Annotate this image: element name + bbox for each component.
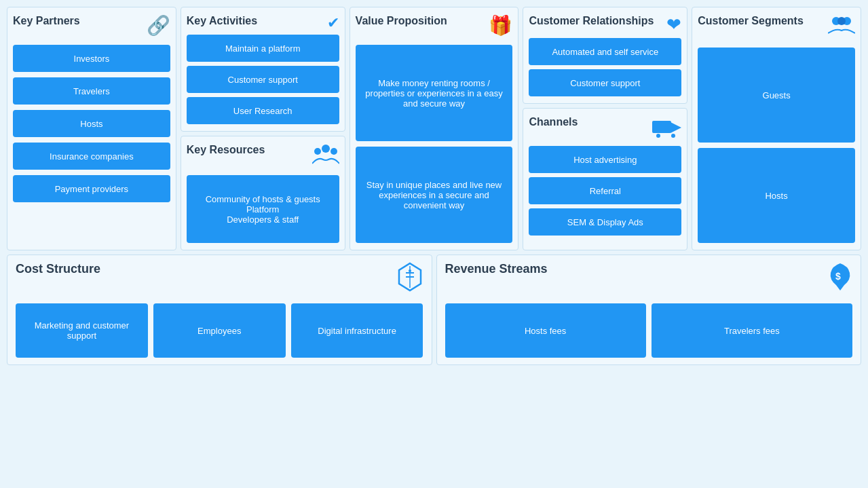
list-item: Community of hosts & guests Platform Dev… <box>187 175 339 243</box>
value-proposition-icon: 🎁 <box>489 14 512 37</box>
canvas: Key Partners 🔗 Investors Travelers Hosts… <box>7 7 861 365</box>
value-proposition-title: Value Proposition <box>356 14 447 27</box>
key-resources-title: Key Resources <box>187 143 265 156</box>
top-section: Key Partners 🔗 Investors Travelers Hosts… <box>7 7 861 250</box>
cost-structure-icon <box>396 262 423 297</box>
customer-relationships-section: Customer Relationships ❤ Automated and s… <box>523 7 687 104</box>
key-activities-column: Key Activities ✔ Maintain a platform Cus… <box>181 7 345 250</box>
svg-text:$: $ <box>835 271 841 282</box>
customer-relationships-icon: ❤ <box>666 14 681 35</box>
key-activities-section: Key Activities ✔ Maintain a platform Cus… <box>181 7 345 132</box>
customer-segments-column: Customer Segments Guests Hosts <box>692 7 861 250</box>
channels-title: Channels <box>529 115 578 128</box>
cost-structure-column: Cost Structure Marketing and customer su… <box>7 255 432 365</box>
revenue-streams-header: Revenue Streams $ <box>445 262 853 297</box>
svg-point-0 <box>314 148 321 155</box>
key-partners-icon: 🔗 <box>147 14 170 37</box>
key-activities-header: Key Activities ✔ <box>187 14 339 32</box>
list-item: Employees <box>153 303 286 358</box>
list-item: Stay in unique places and live new exper… <box>356 147 513 243</box>
customer-segments-icon <box>828 14 855 39</box>
svg-marker-4 <box>671 122 681 133</box>
cost-structure-boxes: Marketing and customer support Employees… <box>16 303 423 358</box>
list-item: Hosts fees <box>445 303 646 358</box>
list-item: Hosts <box>698 148 855 243</box>
channels-icon <box>652 115 681 143</box>
svg-point-1 <box>322 145 330 153</box>
channels-section: Channels Host advertising Referral SEM &… <box>523 108 687 250</box>
customer-relationships-header: Customer Relationships ❤ <box>529 14 681 35</box>
cost-structure-title: Cost Structure <box>16 262 100 277</box>
value-proposition-column: Value Proposition 🎁 Make money renting r… <box>350 7 519 250</box>
list-item: Investors <box>13 45 170 72</box>
list-item: SEM & Display Ads <box>529 208 681 236</box>
list-item: Host advertising <box>529 146 681 173</box>
revenue-streams-column: Revenue Streams $ Hosts fees Travelers f… <box>436 255 862 365</box>
svg-point-2 <box>331 148 337 155</box>
svg-point-10 <box>409 269 411 272</box>
svg-point-9 <box>837 17 846 25</box>
key-resources-icon <box>312 143 339 172</box>
customer-relationships-title: Customer Relationships <box>529 14 654 27</box>
key-partners-column: Key Partners 🔗 Investors Travelers Hosts… <box>7 7 176 250</box>
key-activities-title: Key Activities <box>187 14 257 27</box>
revenue-streams-icon: $ <box>828 262 852 297</box>
revenue-streams-boxes: Hosts fees Travelers fees <box>445 303 853 358</box>
svg-point-5 <box>656 134 660 138</box>
list-item: Automated and self service <box>529 38 681 65</box>
list-item: Customer support <box>187 66 339 93</box>
list-item: Travelers fees <box>652 303 852 358</box>
list-item: Payment providers <box>13 175 170 202</box>
key-resources-section: Key Resources Community of hosts & guest… <box>181 136 345 250</box>
list-item: Guests <box>698 48 855 143</box>
revenue-streams-title: Revenue Streams <box>445 262 548 277</box>
list-item: Maintain a platform <box>187 35 339 62</box>
bottom-section: Cost Structure Marketing and customer su… <box>7 255 861 365</box>
customer-segments-title: Customer Segments <box>698 14 804 27</box>
key-partners-header: Key Partners 🔗 <box>13 14 170 37</box>
list-item: Make money renting rooms / properties or… <box>356 45 513 141</box>
list-item: Digital infrastructure <box>291 303 423 358</box>
list-item: Insurance companies <box>13 143 170 170</box>
cost-structure-header: Cost Structure <box>16 262 423 297</box>
customer-segments-header: Customer Segments <box>698 14 855 39</box>
list-item: User Research <box>187 97 339 124</box>
value-proposition-header: Value Proposition 🎁 <box>356 14 513 37</box>
customer-relationships-column: Customer Relationships ❤ Automated and s… <box>523 7 687 250</box>
svg-rect-3 <box>652 121 671 133</box>
list-item: Marketing and customer support <box>16 303 148 358</box>
list-item: Hosts <box>13 110 170 137</box>
channels-header: Channels <box>529 115 681 143</box>
list-item: Travelers <box>13 77 170 105</box>
key-partners-title: Key Partners <box>13 14 80 27</box>
list-item: Referral <box>529 177 681 204</box>
key-resources-header: Key Resources <box>187 143 339 172</box>
svg-point-6 <box>671 134 675 138</box>
list-item: Customer support <box>529 69 681 96</box>
key-activities-icon: ✔ <box>327 14 339 32</box>
